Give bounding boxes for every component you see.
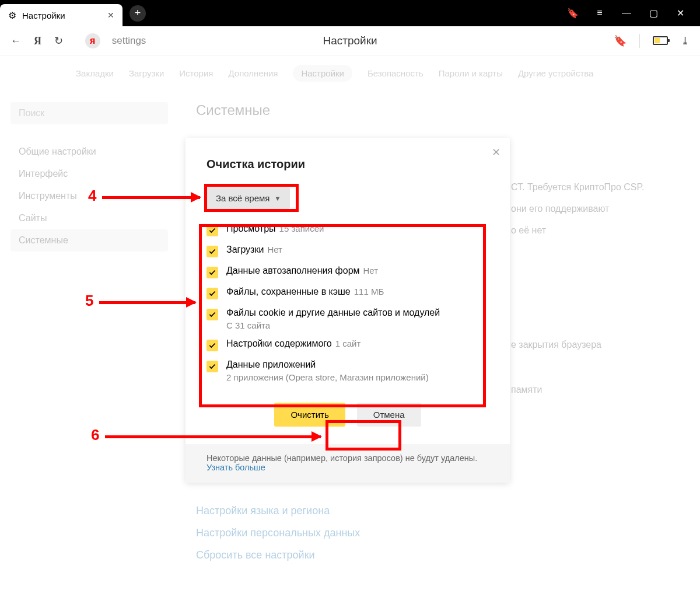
titlebar: ⚙ Настройки ✕ + 🔖 ≡ — ▢ ✕ [0, 0, 700, 26]
cancel-button[interactable]: Отмена [357, 403, 421, 427]
checkbox-checked-icon[interactable] [206, 340, 218, 351]
sidebar-toggle-icon[interactable]: 🔖 [567, 8, 579, 19]
check-label: Файлы, сохраненные в кэше [226, 287, 351, 296]
check-sub: Нет [363, 266, 379, 275]
check-row-cache[interactable]: Файлы, сохраненные в кэше111 МБ [206, 282, 489, 303]
footer-text: Некоторые данные (например, история запр… [206, 453, 477, 463]
chevron-down-icon: ▼ [274, 195, 281, 202]
modal-close-icon[interactable]: ✕ [492, 146, 501, 159]
reload-icon[interactable]: ↻ [54, 35, 63, 47]
download-icon[interactable]: ⤓ [681, 34, 690, 47]
check-sub: 1 сайт [335, 338, 361, 348]
checkbox-checked-icon[interactable] [206, 309, 218, 320]
minimize-icon[interactable]: — [621, 8, 632, 19]
maximize-icon[interactable]: ▢ [648, 8, 659, 19]
check-row-content-settings[interactable]: Настройки содержимого1 сайт [206, 334, 489, 355]
annotation-label-5: 5 [82, 292, 97, 310]
check-sub: Нет [267, 245, 282, 254]
check-label: Файлы cookie и другие данные сайтов и мо… [226, 308, 440, 317]
yandex-home-icon[interactable]: Я [34, 35, 41, 47]
check-label: Просмотры [226, 224, 276, 233]
new-tab-button[interactable]: + [130, 5, 146, 22]
check-row-views[interactable]: Просмотры15 записей [206, 219, 489, 240]
checkbox-checked-icon[interactable] [206, 225, 218, 236]
gear-icon: ⚙ [8, 10, 16, 21]
clear-options-list: Просмотры15 записей ЗагрузкиНет Данные а… [206, 219, 489, 386]
back-icon[interactable]: ← [10, 35, 21, 47]
check-row-app-data[interactable]: Данные приложений2 приложения (Opera sto… [206, 355, 489, 386]
url-text[interactable]: settings [112, 35, 146, 47]
divider [639, 34, 640, 48]
annotation-arrow-4 [102, 196, 200, 199]
battery-icon [653, 36, 668, 45]
check-label: Настройки содержимого [226, 338, 332, 348]
learn-more-link[interactable]: Узнать больше [206, 463, 265, 472]
close-window-icon[interactable]: ✕ [674, 8, 686, 19]
check-row-cookies[interactable]: Файлы cookie и другие данные сайтов и мо… [206, 303, 489, 334]
clear-button[interactable]: Очистить [274, 403, 345, 427]
checkbox-checked-icon[interactable] [206, 267, 218, 278]
annotation-arrow-5 [99, 301, 195, 304]
nav-buttons: ← Я ↻ [10, 34, 74, 47]
check-sub: 2 приложения (Opera store, Магазин прило… [226, 372, 429, 382]
annotation-label-6: 6 [88, 426, 103, 444]
dropdown-label: За всё время [216, 193, 270, 203]
check-sub: 111 МБ [354, 287, 384, 296]
check-label: Данные автозаполнения форм [226, 266, 360, 275]
bookmark-icon[interactable]: 🔖 [614, 34, 626, 47]
time-range-dropdown[interactable]: За всё время ▼ [206, 187, 290, 209]
window-controls: 🔖 ≡ — ▢ ✕ [567, 8, 700, 19]
annotation-arrow-6 [105, 435, 321, 438]
modal-footer: Некоторые данные (например, история запр… [186, 444, 510, 483]
page-title: Настройки [323, 34, 377, 47]
browser-tab[interactable]: ⚙ Настройки ✕ [0, 4, 123, 26]
annotation-label-4: 4 [85, 187, 100, 205]
close-tab-icon[interactable]: ✕ [107, 11, 114, 20]
menu-icon[interactable]: ≡ [594, 8, 606, 19]
checkbox-checked-icon[interactable] [206, 361, 218, 372]
site-icon: я [85, 33, 100, 48]
modal-title: Очистка истории [206, 158, 489, 171]
check-label: Загрузки [226, 245, 264, 254]
checkbox-checked-icon[interactable] [206, 288, 218, 299]
check-sub: С 31 сайта [226, 320, 440, 330]
check-label: Данные приложений [226, 359, 316, 369]
address-bar: ← Я ↻ я settings Настройки 🔖 ⤓ [0, 26, 700, 55]
clear-history-modal: ✕ Очистка истории За всё время ▼ Просмот… [186, 138, 510, 483]
checkbox-checked-icon[interactable] [206, 246, 218, 257]
check-sub: 15 записей [279, 224, 324, 233]
check-row-downloads[interactable]: ЗагрузкиНет [206, 240, 489, 261]
tab-title: Настройки [22, 11, 65, 20]
check-row-autofill[interactable]: Данные автозаполнения формНет [206, 261, 489, 282]
